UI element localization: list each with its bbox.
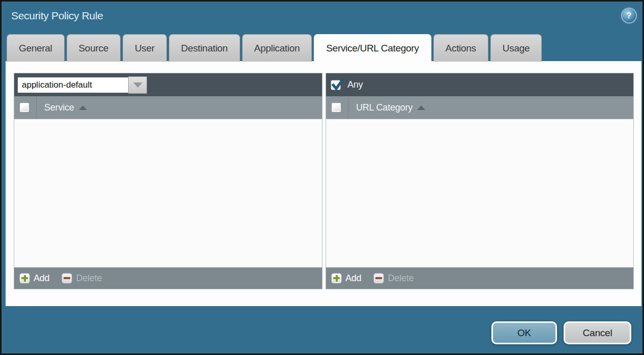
column-divider	[348, 96, 348, 119]
ok-button[interactable]: OK	[491, 321, 557, 344]
tab-bar: General Source User Destination Applicat…	[7, 34, 542, 62]
help-icon[interactable]: ?	[622, 9, 636, 22]
url-category-list-body[interactable]	[326, 119, 633, 267]
service-panel: Service Add Delete	[14, 73, 323, 289]
tab-general[interactable]: General	[7, 34, 65, 62]
url-category-column-header[interactable]: URL Category	[326, 96, 633, 119]
service-footer-toolbar: Add Delete	[14, 267, 322, 289]
tab-actions[interactable]: Actions	[433, 34, 488, 62]
service-select-all-checkbox[interactable]	[19, 102, 30, 113]
chevron-down-icon	[133, 83, 142, 88]
service-type-dropdown-button[interactable]	[128, 76, 147, 94]
service-column-label: Service	[44, 102, 74, 113]
tab-source[interactable]: Source	[67, 34, 121, 62]
tab-content-area: Service Add Delete	[6, 61, 641, 306]
any-label: Any	[347, 79, 363, 90]
url-category-panel: Any URL Category Add Delete	[326, 73, 634, 289]
tab-service-url-category[interactable]: Service/URL Category	[314, 34, 431, 62]
service-add-button[interactable]: Add	[19, 273, 49, 284]
service-toolbar	[14, 73, 322, 96]
dialog-title: Security Policy Rule	[11, 10, 103, 22]
security-policy-rule-dialog: Security Policy Rule ? General Source Us…	[0, 0, 644, 355]
tab-destination[interactable]: Destination	[169, 34, 240, 62]
service-list-body[interactable]	[14, 119, 322, 267]
sort-ascending-icon	[417, 105, 425, 110]
add-plus-icon	[331, 273, 342, 284]
any-checkbox[interactable]	[331, 80, 341, 90]
delete-minus-icon	[62, 273, 72, 284]
add-plus-icon	[19, 273, 30, 284]
url-category-add-button[interactable]: Add	[331, 273, 361, 284]
column-divider	[36, 96, 37, 119]
any-checkbox-row: Any	[329, 79, 363, 90]
checkmark-icon	[331, 78, 344, 92]
url-category-select-all-checkbox[interactable]	[331, 102, 341, 113]
url-category-delete-button[interactable]: Delete	[373, 273, 414, 284]
delete-button-label: Delete	[76, 273, 102, 284]
tab-usage[interactable]: Usage	[490, 34, 542, 62]
service-type-input[interactable]	[17, 77, 128, 93]
add-button-label: Add	[345, 273, 361, 284]
url-category-toolbar: Any	[326, 73, 633, 96]
cancel-button[interactable]: Cancel	[564, 321, 631, 344]
tab-user[interactable]: User	[123, 34, 167, 62]
service-column-header[interactable]: Service	[14, 96, 322, 119]
url-category-footer-toolbar: Add Delete	[326, 267, 633, 289]
service-delete-button[interactable]: Delete	[62, 273, 102, 284]
delete-minus-icon	[373, 273, 384, 284]
delete-button-label: Delete	[388, 273, 414, 284]
add-button-label: Add	[34, 273, 49, 284]
url-category-column-label: URL Category	[356, 102, 413, 113]
tab-application[interactable]: Application	[242, 34, 312, 62]
sort-ascending-icon	[79, 105, 87, 110]
